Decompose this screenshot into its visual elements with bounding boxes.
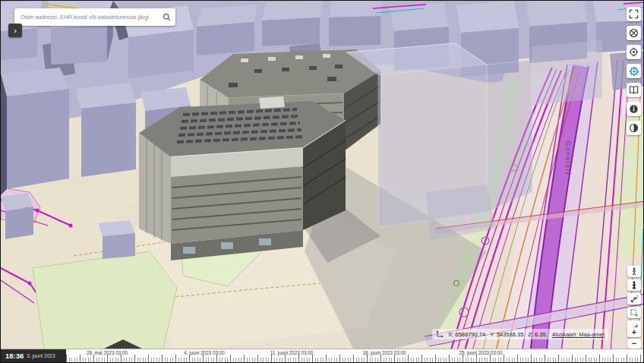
timeline-track[interactable]: 28. mai 2023 03:00 4. juuni 2023 03:00 1… [66,349,643,362]
view-toolbar [627,7,641,135]
timeline-bar: 18:36 3. juuni 2023 28. mai 2023 03:00 4… [1,349,643,362]
info-button[interactable] [627,102,641,116]
select-area-button[interactable] [627,307,641,318]
panel-expand-button[interactable]: › [8,24,22,37]
fullscreen-button[interactable] [627,7,641,21]
timeline-label: 18. juuni 2023 03:00 [362,350,406,355]
coordinate-statusbar: X: 6588790.74 Y: 543538.35 Z: 6.35, Alus… [432,329,608,339]
pedestrian-view-button[interactable] [627,266,641,277]
timeline-label: 25. juuni 2023 03:00 [459,350,502,355]
zoom-in-button[interactable]: + [627,327,641,337]
zoom-controls: + − [627,327,641,349]
axes-icon [436,330,444,338]
tools-toolbar: 2 [627,266,641,332]
map-3d-scene[interactable] [1,1,644,363]
geolocate-button[interactable] [627,45,641,59]
map-viewer: Gonsiori › [0,0,644,363]
settings-gear-button[interactable] [627,64,641,78]
basemap-link[interactable]: Aluskaart: Maa-amet [552,331,605,338]
search-bar [14,8,175,26]
timeline-label: 4. juuni 2023 03:00 [184,350,225,355]
contrast-toggle-button[interactable] [627,121,641,135]
clock-time: 18:36 [5,352,24,360]
split-view-button[interactable] [627,83,641,97]
clock-date: 3. juuni 2023 [27,353,55,358]
zoom-out-button[interactable]: − [627,339,641,349]
view-reset-icon-button[interactable] [627,26,641,40]
coord-x: X: 6588790.74 [448,331,485,338]
search-input[interactable] [14,14,163,21]
ground-view-button[interactable] [627,279,641,291]
search-icon[interactable] [163,13,171,21]
clock: 18:36 3. juuni 2023 [1,349,66,362]
coord-z: Z: 6.35, [528,331,547,338]
timeline-label: 11. juuni 2023 03:00 [270,350,314,355]
fit-view-button[interactable]: 2 [627,293,641,305]
timeline-label: 28. mai 2023 03:00 [87,350,128,355]
street-label-gonsiori: Gonsiori [564,140,572,175]
svg-text:2: 2 [636,295,639,298]
coord-y: Y: 543538.35 [490,331,523,338]
